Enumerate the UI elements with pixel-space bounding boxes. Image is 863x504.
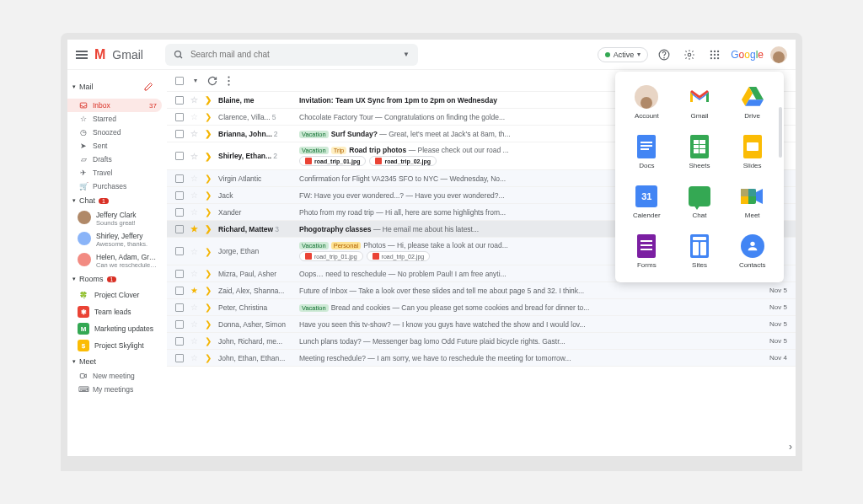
star-icon[interactable]: ☆: [190, 207, 198, 217]
importance-icon[interactable]: ❯: [205, 95, 212, 105]
room-item[interactable]: $Project Skylight: [67, 337, 162, 354]
row-checkbox[interactable]: [175, 96, 184, 105]
app-chat[interactable]: Chat: [675, 181, 725, 223]
profile-avatar[interactable]: [770, 46, 787, 63]
star-icon[interactable]: ☆: [190, 152, 198, 161]
importance-icon[interactable]: ❯: [205, 353, 212, 362]
row-checkbox[interactable]: [175, 208, 184, 217]
app-drive[interactable]: Drive: [727, 82, 777, 123]
app-calender[interactable]: 31Calender: [622, 181, 672, 223]
star-icon[interactable]: ☆: [190, 269, 198, 278]
star-icon[interactable]: ☆: [190, 95, 198, 105]
sidebar-section-mail[interactable]: ▾ Mail: [67, 75, 162, 99]
row-checkbox[interactable]: [175, 337, 184, 346]
app-gmail[interactable]: Gmail: [675, 82, 725, 123]
app-docs[interactable]: Docs: [622, 131, 672, 173]
more-icon[interactable]: [228, 76, 230, 86]
row-checkbox[interactable]: [175, 191, 184, 200]
sidebar-item-inbox[interactable]: Inbox37: [67, 99, 162, 112]
sidebar-item-snoozed[interactable]: ◷Snoozed: [67, 126, 162, 139]
select-all-checkbox[interactable]: [175, 77, 184, 85]
side-panel-toggle-icon[interactable]: ›: [789, 441, 792, 453]
sidebar-section-rooms[interactable]: ▾ Rooms 1: [67, 271, 162, 287]
app-contacts[interactable]: Contacts: [727, 231, 777, 272]
settings-gear-icon[interactable]: [680, 46, 699, 64]
menu-icon[interactable]: [76, 51, 88, 59]
importance-icon[interactable]: ❯: [205, 319, 212, 329]
room-item[interactable]: MMarketing updates: [67, 320, 162, 337]
attachment-chip[interactable]: road_trip_01.jpg: [299, 251, 363, 261]
importance-icon[interactable]: ❯: [205, 247, 212, 256]
sidebar-section-meet[interactable]: ▾ Meet: [67, 354, 162, 369]
email-row[interactable]: ☆ ❯ Peter, Christina VacationBread and c…: [167, 299, 796, 316]
star-icon[interactable]: ☆: [190, 129, 198, 138]
chat-item[interactable]: Helen, Adam, GregoryCan we reschedule th…: [67, 250, 162, 271]
refresh-icon[interactable]: [207, 76, 217, 86]
row-checkbox[interactable]: [175, 174, 184, 183]
importance-icon[interactable]: ❯: [205, 112, 212, 121]
importance-icon[interactable]: ❯: [205, 303, 212, 312]
email-row[interactable]: ☆ ❯ John, Richard, me... Lunch plans tod…: [167, 333, 796, 350]
meet-item[interactable]: ⌨My meetings: [67, 383, 162, 396]
app-meet[interactable]: Meet: [727, 181, 777, 223]
scrollbar-icon[interactable]: [779, 107, 782, 158]
row-checkbox[interactable]: [175, 152, 184, 160]
room-item[interactable]: 🍀Project Clover: [67, 287, 162, 303]
room-item[interactable]: ✱Team leads: [67, 303, 162, 320]
row-checkbox[interactable]: [175, 303, 184, 312]
row-checkbox[interactable]: [175, 225, 184, 233]
importance-icon[interactable]: ❯: [205, 152, 212, 161]
sidebar-item-sent[interactable]: ➤Sent: [67, 139, 162, 153]
row-checkbox[interactable]: [175, 130, 184, 138]
importance-icon[interactable]: ❯: [205, 286, 212, 295]
importance-icon[interactable]: ❯: [205, 190, 212, 200]
row-checkbox[interactable]: [175, 287, 184, 295]
email-row[interactable]: ★ ❯ Zaid, Alex, Shanna... Future of Inbo…: [167, 282, 796, 299]
star-icon[interactable]: ☆: [190, 303, 198, 312]
app-forms[interactable]: Forms: [622, 231, 672, 272]
importance-icon[interactable]: ❯: [205, 336, 212, 346]
chevron-down-icon[interactable]: ▾: [194, 77, 197, 84]
importance-icon[interactable]: ❯: [205, 269, 212, 278]
row-checkbox[interactable]: [175, 320, 184, 329]
sidebar-section-chat[interactable]: ▾ Chat 1: [67, 193, 162, 208]
row-checkbox[interactable]: [175, 354, 184, 362]
chevron-down-icon[interactable]: ▼: [403, 51, 410, 58]
sidebar-item-purchases[interactable]: 🛒Purchases: [67, 180, 162, 193]
app-sites[interactable]: Sites: [675, 231, 725, 272]
sidebar-item-starred[interactable]: ☆Starred: [67, 112, 162, 126]
meet-item[interactable]: New meeting: [67, 369, 162, 383]
app-account[interactable]: Account: [622, 82, 672, 123]
email-row[interactable]: ☆ ❯ John, Ethan, Ethan... Meeting resche…: [167, 350, 796, 367]
star-icon[interactable]: ☆: [190, 174, 198, 183]
importance-icon[interactable]: ❯: [205, 129, 212, 138]
status-chip[interactable]: Active ▾: [598, 47, 649, 62]
importance-icon[interactable]: ❯: [205, 174, 212, 183]
attachment-chip[interactable]: road_trip_01.jpg: [299, 156, 366, 166]
search-input[interactable]: [190, 50, 396, 59]
apps-grid-icon[interactable]: [705, 46, 724, 64]
email-row[interactable]: ☆ ❯ Donna, Asher, Simon Have you seen th…: [167, 316, 796, 333]
importance-icon[interactable]: ❯: [205, 207, 212, 217]
star-icon[interactable]: ☆: [190, 353, 198, 362]
row-checkbox[interactable]: [175, 270, 184, 278]
attachment-chip[interactable]: road_trip_02.jpg: [369, 156, 436, 166]
importance-icon[interactable]: ❯: [205, 224, 212, 233]
chat-item[interactable]: Shirley, JefferyAwesome, thanks.: [67, 229, 162, 250]
help-icon[interactable]: [655, 46, 673, 64]
chat-item[interactable]: Jeffery ClarkSounds great!: [67, 208, 162, 229]
attachment-chip[interactable]: road_trip_02.jpg: [367, 251, 431, 261]
app-slides[interactable]: Slides: [727, 131, 777, 173]
sidebar-item-drafts[interactable]: ▱Drafts: [67, 153, 162, 166]
row-checkbox[interactable]: [175, 247, 184, 255]
sidebar-item-travel[interactable]: ✈Travel: [67, 166, 162, 180]
star-icon[interactable]: ☆: [190, 190, 198, 200]
star-icon[interactable]: ☆: [190, 112, 198, 121]
compose-button[interactable]: [140, 78, 157, 95]
star-icon[interactable]: ★: [190, 224, 198, 233]
search-bar[interactable]: ▼: [165, 44, 418, 66]
star-icon[interactable]: ☆: [190, 247, 198, 256]
app-sheets[interactable]: Sheets: [675, 131, 725, 173]
star-icon[interactable]: ☆: [190, 319, 198, 329]
star-icon[interactable]: ☆: [190, 336, 198, 346]
